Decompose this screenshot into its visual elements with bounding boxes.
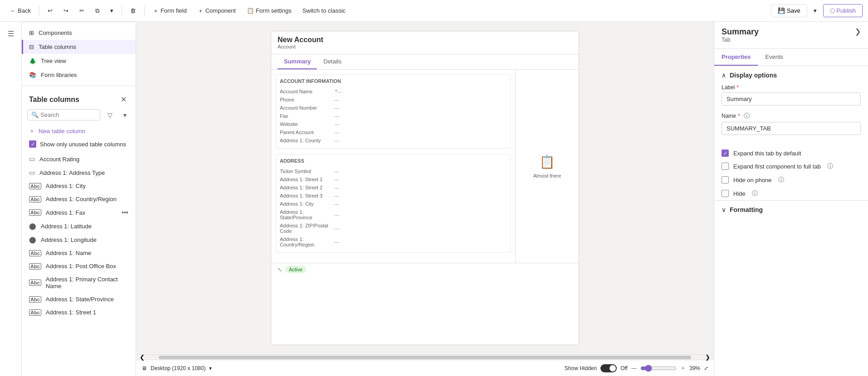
expand-tab-checkbox[interactable]: ✓ [722, 149, 729, 157]
zoom-slider[interactable] [640, 365, 677, 372]
field-row-account-name: Account Name * — [280, 87, 507, 96]
cut-icon-button[interactable]: ✂ [75, 5, 89, 17]
switch-classic-button[interactable]: Switch to classic [298, 5, 350, 17]
text-icon-10: Abc [29, 296, 41, 303]
form-section-account-info: ACCOUNT INFORMATION Account Name * — Pho… [276, 74, 511, 149]
field-label-street2: Address 1: Street 2 [280, 185, 334, 190]
hamburger-menu-icon[interactable]: ☰ [3, 25, 19, 42]
expand-full-tab-checkbox[interactable] [722, 163, 729, 170]
back-arrow-icon: ← [10, 7, 16, 14]
field-label-state: Address 1: State/Province [280, 209, 334, 220]
save-dropdown-button[interactable]: ▾ [809, 5, 821, 17]
name-info-icon[interactable]: ⓘ [744, 112, 750, 120]
hide-label: Hide [733, 190, 746, 197]
sidebar-item-label-tree-view: Tree view [41, 58, 66, 64]
scroll-left-icon[interactable]: ❮ [140, 354, 145, 361]
save-button[interactable]: 💾 Save [771, 4, 807, 17]
list-item[interactable]: ⬤ Address 1: Longitude [22, 233, 136, 246]
field-label-street1: Address 1: Street 1 [280, 177, 334, 182]
tab-properties[interactable]: Properties [714, 49, 758, 66]
field-row-state: Address 1: State/Province — [280, 208, 507, 222]
list-item[interactable]: Abc Address 1: Primary Contact Name [22, 273, 136, 293]
scroll-right-icon[interactable]: ❯ [705, 354, 710, 361]
redo-button[interactable]: ↪ [59, 5, 73, 17]
form-tab-summary[interactable]: Summary [278, 54, 317, 69]
fit-screen-icon[interactable]: ⤢ [704, 365, 708, 371]
minus-zoom-button[interactable]: — [631, 365, 637, 371]
back-button[interactable]: ← Back [5, 5, 35, 17]
add-component-button[interactable]: ＋ Component [193, 4, 240, 18]
sidebar-item-tree-view[interactable]: 🌲 Tree view [22, 54, 136, 68]
hide-on-phone-info-icon[interactable]: ⓘ [778, 176, 784, 184]
list-item[interactable]: ⬤ Address 1: Latitude [22, 219, 136, 233]
show-unused-checkbox-row[interactable]: ✓ Show only unused table columns [22, 138, 136, 150]
column-more-menu-button[interactable]: ••• [122, 209, 128, 216]
list-item[interactable]: ▭ Account Rating [22, 152, 136, 166]
list-item[interactable]: Abc Address 1: Fax ••• [22, 206, 136, 219]
right-panel-close-button[interactable]: ❯ [855, 27, 861, 36]
show-hidden-toggle[interactable] [600, 364, 617, 372]
right-panel-header: Summary Tab ❯ [714, 22, 868, 49]
label-input[interactable] [722, 92, 861, 106]
list-item[interactable]: Abc Address 1: Country/Region [22, 193, 136, 206]
field-row-street1: Address 1: Street 1 — [280, 175, 507, 183]
hide-checkbox[interactable] [722, 190, 729, 197]
expand-full-tab-info-icon[interactable]: ⓘ [827, 162, 833, 170]
bottom-bar-right: Show Hidden Off — ＋ 39% ⤢ [565, 364, 708, 372]
list-item[interactable]: Abc Address 1: Post Office Box [22, 260, 136, 273]
list-item[interactable]: Abc Address 1: Street 1 [22, 306, 136, 319]
field-label-fax: Fax [280, 113, 334, 119]
name-input[interactable] [722, 122, 861, 135]
field-value-city: — [334, 201, 507, 207]
form-tab-details[interactable]: Details [317, 54, 348, 69]
sidebar-item-components[interactable]: ⊞ Components [22, 26, 136, 40]
field-label-city: Address 1: City [280, 201, 334, 207]
timeline-icon: 📋 [539, 154, 555, 169]
sidebar-item-form-libraries[interactable]: 📚 Form libraries [22, 68, 136, 82]
formatting-header[interactable]: ∨ Formatting [714, 200, 868, 219]
undo-button[interactable]: ↩ [43, 5, 57, 17]
expand-tab-checkbox-row[interactable]: ✓ Expand this tab by default [714, 147, 868, 159]
scroll-thumb[interactable] [159, 356, 691, 359]
right-panel-tabs: Properties Events [714, 49, 868, 66]
new-table-column-button[interactable]: ＋ New table column [22, 124, 136, 138]
name-required-star: * [738, 113, 740, 119]
display-options-header[interactable]: ∧ Display options [714, 66, 868, 84]
sidebar-item-label-table-columns: Table columns [39, 43, 76, 50]
expand-full-tab-label: Expand first component to full tab [733, 163, 821, 170]
form-settings-button[interactable]: 📋 Form settings [242, 5, 296, 17]
list-item[interactable]: Abc Address 1: Name [22, 246, 136, 260]
publish-button[interactable]: ⬡ Publish [823, 4, 863, 17]
add-form-field-button[interactable]: ＋ Form field [148, 4, 191, 18]
more-dropdown-button[interactable]: ▾ [106, 5, 118, 17]
list-item[interactable]: ▭ Address 1: Address Type [22, 166, 136, 179]
component-label: Component [205, 7, 236, 14]
hide-on-phone-checkbox-row[interactable]: Hide on phone ⓘ [714, 173, 868, 187]
delete-button[interactable]: 🗑 [126, 5, 141, 17]
hide-checkbox-row[interactable]: Hide ⓘ [714, 187, 868, 200]
list-item[interactable]: Abc Address 1: State/Province [22, 293, 136, 306]
hide-info-icon[interactable]: ⓘ [752, 189, 758, 198]
search-input[interactable] [40, 111, 96, 118]
sidebar-item-table-columns[interactable]: ⊟ Table columns [22, 40, 136, 54]
expand-icon: ⤡ [278, 267, 282, 273]
form-preview: New Account Account Summary Details ACCO… [271, 31, 579, 345]
left-panel-title: Table columns [29, 96, 79, 104]
filter-dropdown-button[interactable]: ▾ [120, 110, 130, 121]
column-name-5: Address 1: Latitude [41, 223, 92, 230]
tab-events[interactable]: Events [758, 49, 790, 66]
device-dropdown-icon[interactable]: ▾ [209, 365, 212, 371]
close-panel-button[interactable]: ✕ [119, 93, 128, 106]
copy-button[interactable]: ⧉ [91, 5, 104, 17]
plus-zoom-button[interactable]: ＋ [680, 364, 686, 372]
filter-button[interactable]: ▽ [104, 110, 116, 121]
text-icon-7: Abc [29, 250, 41, 256]
expand-full-tab-checkbox-row[interactable]: Expand first component to full tab ⓘ [714, 159, 868, 173]
timeline-label: Almost there [533, 173, 561, 178]
list-item[interactable]: Abc Address 1: City [22, 179, 136, 193]
show-unused-checkbox[interactable]: ✓ [29, 140, 36, 148]
horizontal-scrollbar[interactable]: ❮ ❯ [136, 354, 714, 360]
status-badge: Active [285, 266, 306, 273]
hide-on-phone-checkbox[interactable] [722, 176, 729, 183]
formatting-title: Formatting [730, 206, 763, 213]
